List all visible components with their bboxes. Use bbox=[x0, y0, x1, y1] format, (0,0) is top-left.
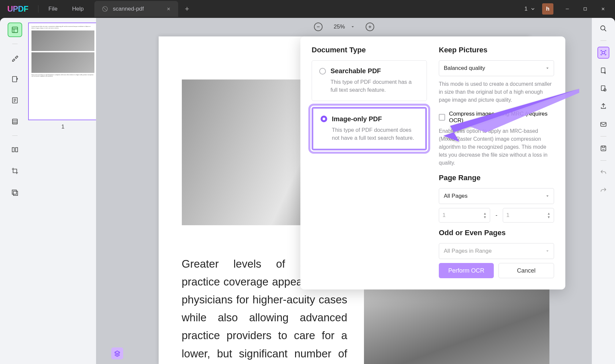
tab-close-button[interactable] bbox=[164, 5, 173, 13]
caret-down-icon bbox=[546, 67, 549, 70]
pages-tool[interactable] bbox=[8, 93, 22, 108]
input-value: 1 bbox=[506, 212, 509, 219]
convert-button[interactable] bbox=[597, 65, 609, 77]
svg-rect-1 bbox=[584, 8, 587, 10]
document-type-heading: Document Type bbox=[312, 46, 427, 54]
select-value: All Pages in Range bbox=[444, 248, 492, 254]
thumbnail-panel: Lorem ipsum dolor sit amet, consectetur … bbox=[30, 18, 96, 364]
edit-tool[interactable] bbox=[8, 72, 22, 86]
svg-rect-13 bbox=[601, 86, 605, 91]
protect-button[interactable] bbox=[597, 82, 609, 94]
svg-rect-6 bbox=[12, 148, 14, 152]
zoom-in-button[interactable] bbox=[366, 23, 374, 31]
right-sidebar bbox=[592, 18, 615, 364]
document-canvas[interactable]: 25% Greater levels of advanced practice … bbox=[96, 18, 592, 364]
page-indicator[interactable]: 1 bbox=[525, 6, 536, 12]
mrc-help: Enable this option to apply an MRC-based… bbox=[439, 127, 554, 167]
redo-button[interactable] bbox=[597, 184, 609, 196]
menu-file[interactable]: File bbox=[41, 6, 65, 12]
select-value: Balanced quality bbox=[444, 65, 485, 72]
svg-rect-16 bbox=[601, 146, 606, 151]
separator bbox=[600, 136, 606, 136]
ocr-button[interactable] bbox=[597, 47, 609, 59]
separator bbox=[38, 5, 38, 13]
radio-icon bbox=[319, 68, 326, 75]
redact-tool[interactable] bbox=[8, 185, 22, 199]
keep-pictures-select[interactable]: Balanced quality bbox=[439, 60, 554, 76]
document-icon bbox=[102, 6, 108, 12]
page-thumbnail[interactable]: Lorem ipsum dolor sit amet, consectetur … bbox=[28, 23, 98, 120]
caret-down-icon bbox=[546, 249, 549, 253]
caret-down-icon bbox=[546, 194, 549, 198]
page-range-select[interactable]: All Pages bbox=[439, 188, 554, 204]
zoom-value: 25% bbox=[333, 24, 345, 30]
user-avatar[interactable]: h bbox=[542, 3, 553, 15]
svg-rect-11 bbox=[602, 52, 605, 54]
option-description: This type of PDF document does not have … bbox=[332, 126, 418, 142]
option-image-only-pdf[interactable]: Image-only PDF This type of PDF document… bbox=[312, 107, 427, 150]
svg-rect-3 bbox=[13, 77, 17, 82]
svg-rect-15 bbox=[601, 123, 606, 127]
save-button[interactable] bbox=[597, 142, 609, 154]
share-button[interactable] bbox=[597, 100, 609, 112]
keep-pictures-help: This mode is used to create a document s… bbox=[439, 80, 554, 104]
separator bbox=[12, 44, 18, 44]
select-value: All Pages bbox=[444, 193, 468, 199]
search-button[interactable] bbox=[597, 23, 609, 34]
ocr-panel: Document Type Searchable PDF This type o… bbox=[300, 36, 565, 289]
new-tab-button[interactable]: + bbox=[178, 5, 196, 13]
range-from-input[interactable]: 1 ▲▼ bbox=[439, 208, 490, 223]
app-body: Lorem ipsum dolor sit amet, consectetur … bbox=[0, 18, 615, 364]
separator bbox=[600, 40, 606, 41]
option-title: Image-only PDF bbox=[332, 115, 382, 123]
thumb-image bbox=[31, 30, 94, 51]
titlebar: UPDF File Help scanned-pdf + 1 h bbox=[0, 0, 615, 18]
range-to-input[interactable]: 1 ▲▼ bbox=[503, 208, 554, 223]
svg-point-10 bbox=[601, 26, 605, 30]
highlight-tool[interactable] bbox=[8, 51, 22, 65]
tab-scanned-pdf[interactable]: scanned-pdf bbox=[94, 1, 179, 17]
chevron-down-icon bbox=[530, 6, 536, 12]
thumbnails-tool[interactable] bbox=[8, 23, 22, 37]
svg-rect-5 bbox=[13, 119, 18, 124]
odd-even-heading: Odd or Even Pages bbox=[439, 229, 554, 237]
crop-tool[interactable] bbox=[8, 164, 22, 178]
keep-pictures-heading: Keep Pictures bbox=[439, 46, 554, 54]
option-description: This type of PDF document has a full tex… bbox=[331, 78, 419, 94]
separator bbox=[600, 160, 606, 161]
page-range-heading: Page Range bbox=[439, 174, 554, 182]
perform-ocr-button[interactable]: Perform OCR bbox=[439, 263, 494, 278]
layers-button[interactable] bbox=[111, 347, 123, 359]
page-number: 1 bbox=[525, 6, 528, 12]
spinner-icon[interactable]: ▲▼ bbox=[483, 212, 487, 219]
window-close-button[interactable] bbox=[596, 3, 610, 15]
app-logo: UPDF bbox=[0, 4, 35, 14]
cancel-button[interactable]: Cancel bbox=[498, 263, 554, 278]
caret-down-icon bbox=[351, 25, 354, 28]
svg-rect-12 bbox=[601, 68, 605, 73]
form-tool[interactable] bbox=[8, 114, 22, 129]
thumb-image bbox=[31, 52, 94, 73]
spinner-icon[interactable]: ▲▼ bbox=[547, 212, 550, 219]
window-minimize-button[interactable] bbox=[560, 3, 575, 15]
organize-tool[interactable] bbox=[8, 142, 22, 157]
input-value: 1 bbox=[442, 212, 445, 219]
left-sidebar bbox=[0, 18, 30, 364]
menu-help[interactable]: Help bbox=[65, 6, 91, 12]
odd-even-select[interactable]: All Pages in Range bbox=[439, 243, 554, 259]
undo-button[interactable] bbox=[597, 167, 609, 179]
option-searchable-pdf[interactable]: Searchable PDF This type of PDF document… bbox=[312, 60, 427, 101]
page-image bbox=[364, 282, 549, 364]
zoom-out-button[interactable] bbox=[314, 23, 322, 31]
thumbnail-label: 1 bbox=[61, 124, 64, 130]
option-title: Searchable PDF bbox=[331, 67, 381, 75]
zoom-dropdown[interactable]: 25% bbox=[333, 24, 354, 30]
email-button[interactable] bbox=[597, 118, 609, 130]
mrc-checkbox-row[interactable]: Compress images using MRC (requires OCR) bbox=[439, 111, 554, 124]
range-separator: - bbox=[495, 212, 497, 219]
zoom-toolbar: 25% bbox=[314, 23, 374, 31]
tab-title: scanned-pdf bbox=[113, 6, 144, 12]
checkbox-icon bbox=[439, 114, 445, 121]
window-maximize-button[interactable] bbox=[578, 3, 592, 15]
svg-rect-9 bbox=[13, 191, 18, 195]
